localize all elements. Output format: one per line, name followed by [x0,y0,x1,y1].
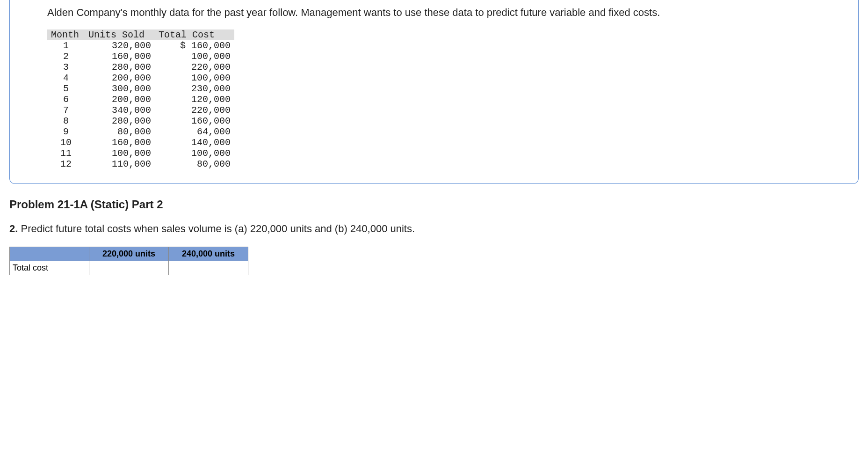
answer-header-col1: 220,000 units [89,247,169,261]
cell-cost: 220,000 [155,62,234,73]
cell-cost: 220,000 [155,105,234,116]
header-month: Month [47,29,85,40]
cell-units: 80,000 [85,126,155,137]
cell-units: 280,000 [85,116,155,126]
cell-month: 3 [47,62,85,73]
cell-month: 9 [47,126,85,137]
cell-cost: 100,000 [155,51,234,62]
cell-cost: 140,000 [155,137,234,148]
table-row: 11100,000100,000 [47,148,234,159]
answer-header-col2: 240,000 units [169,247,248,261]
cell-units: 280,000 [85,62,155,73]
cell-month: 6 [47,94,85,105]
cell-units: 300,000 [85,83,155,94]
table-row: 2160,000100,000 [47,51,234,62]
cell-month: 12 [47,159,85,169]
cell-cost: 64,000 [155,126,234,137]
header-units: Units Sold [85,29,155,40]
cell-cost: 120,000 [155,94,234,105]
cell-month: 11 [47,148,85,159]
cell-units: 160,000 [85,51,155,62]
table-row: 7340,000220,000 [47,105,234,116]
cell-units: 340,000 [85,105,155,116]
answer-header-blank [10,247,89,261]
table-row: 5300,000230,000 [47,83,234,94]
table-row: 3280,000220,000 [47,62,234,73]
data-table-wrapper: Month Units Sold Total Cost 1320,000$ 16… [10,29,858,169]
cell-month: 5 [47,83,85,94]
table-row: 8280,000160,000 [47,116,234,126]
cell-cost: $ 160,000 [155,40,234,51]
problem-box: Alden Company's monthly data for the pas… [9,0,859,184]
table-row: 10160,000140,000 [47,137,234,148]
cell-month: 10 [47,137,85,148]
cell-units: 160,000 [85,137,155,148]
cell-units: 200,000 [85,94,155,105]
question-number: 2. [9,223,18,234]
answer-row-label: Total cost [10,261,89,275]
cell-cost: 100,000 [155,148,234,159]
table-row: 12110,00080,000 [47,159,234,169]
question-text: Predict future total costs when sales vo… [21,223,415,234]
answer-input-240k[interactable] [169,261,248,275]
cell-units: 100,000 [85,148,155,159]
cell-month: 2 [47,51,85,62]
cell-units: 200,000 [85,73,155,83]
problem-intro-text: Alden Company's monthly data for the pas… [10,5,858,20]
table-row: 980,00064,000 [47,126,234,137]
monthly-data-table: Month Units Sold Total Cost 1320,000$ 16… [47,29,234,169]
answer-input-220k[interactable] [89,261,169,275]
table-row: 4200,000100,000 [47,73,234,83]
cell-cost: 100,000 [155,73,234,83]
cell-cost: 160,000 [155,116,234,126]
cell-month: 4 [47,73,85,83]
cell-units: 110,000 [85,159,155,169]
problem-title: Problem 21-1A (Static) Part 2 [9,198,859,211]
cell-units: 320,000 [85,40,155,51]
cell-cost: 230,000 [155,83,234,94]
answer-input-240k-field[interactable] [173,263,244,273]
answer-input-220k-field[interactable] [93,263,165,273]
cell-cost: 80,000 [155,159,234,169]
question-line: 2. Predict future total costs when sales… [9,223,859,235]
cell-month: 7 [47,105,85,116]
cell-month: 1 [47,40,85,51]
answer-table: 220,000 units 240,000 units Total cost [9,247,248,275]
table-row: 1320,000$ 160,000 [47,40,234,51]
cell-month: 8 [47,116,85,126]
table-row: 6200,000120,000 [47,94,234,105]
header-cost: Total Cost [155,29,234,40]
